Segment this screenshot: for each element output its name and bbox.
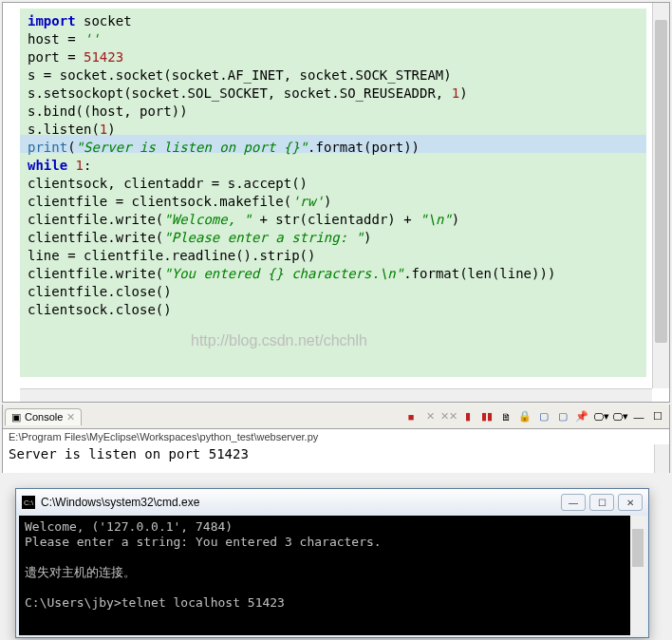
maximize-button[interactable]: ☐ (589, 494, 614, 511)
console-output-line: Server is listen on port 51423 (9, 446, 249, 461)
show-on-err-icon[interactable]: ▢ (555, 409, 570, 424)
code-editor[interactable]: http://blog.csdn.net/chchlh import socke… (2, 2, 670, 403)
editor-content[interactable]: http://blog.csdn.net/chchlh import socke… (20, 9, 646, 377)
editor-vscroll[interactable] (652, 3, 669, 388)
open-console-icon[interactable]: 🖵▾ (612, 409, 627, 424)
console-toolbar: ■ ✕ ✕✕ ▮ ▮▮ 🗎 🔒 ▢ ▢ 📌 🖵▾ 🖵▾ — ☐ (403, 409, 669, 424)
stop-icon[interactable]: ■ (403, 409, 419, 424)
terminate-all-icon[interactable]: ▮▮ (479, 409, 495, 424)
console-vscroll[interactable] (654, 444, 669, 473)
remove-launch-icon[interactable]: ✕ (422, 409, 438, 424)
cmd-body[interactable]: Welcome, ('127.0.0.1', 7484)Please enter… (19, 516, 645, 635)
remove-all-icon[interactable]: ✕✕ (441, 409, 457, 424)
cmd-output: Welcome, ('127.0.0.1', 7484)Please enter… (25, 519, 640, 611)
show-on-out-icon[interactable]: ▢ (536, 409, 551, 424)
editor-hscroll[interactable] (20, 388, 652, 402)
console-tab-label: Console (25, 411, 63, 423)
cmd-vscroll[interactable] (630, 516, 645, 635)
console-tabbar: ▣ Console ✕ ■ ✕ ✕✕ ▮ ▮▮ 🗎 🔒 ▢ ▢ 📌 🖵▾ 🖵▾ … (2, 405, 670, 429)
cmd-window[interactable]: C:\ C:\Windows\system32\cmd.exe — ☐ ✕ We… (15, 488, 649, 638)
maximize-view-icon[interactable]: ☐ (650, 409, 665, 424)
minimize-view-icon[interactable]: — (631, 409, 646, 424)
scroll-lock-icon[interactable]: 🔒 (517, 409, 532, 424)
cmd-icon: C:\ (22, 496, 35, 509)
console-tab[interactable]: ▣ Console ✕ (5, 408, 82, 425)
close-icon[interactable]: ✕ (66, 411, 75, 424)
cmd-titlebar[interactable]: C:\ C:\Windows\system32\cmd.exe — ☐ ✕ (16, 489, 648, 516)
console-path: E:\Program Files\MyEclipse\Workspaces\py… (2, 429, 670, 444)
pin-console-icon[interactable]: 📌 (574, 409, 589, 424)
close-button[interactable]: ✕ (618, 494, 643, 511)
display-selected-icon[interactable]: 🖵▾ (593, 409, 608, 424)
terminate-icon[interactable]: ▮ (460, 409, 476, 424)
console-icon: ▣ (11, 411, 21, 424)
code-block: import sockethost = ''port = 51423s = so… (28, 12, 639, 337)
clear-console-icon[interactable]: 🗎 (498, 409, 513, 424)
minimize-button[interactable]: — (561, 494, 586, 511)
console-output[interactable]: Server is listen on port 51423 (2, 444, 670, 473)
cmd-title: C:\Windows\system32\cmd.exe (41, 496, 199, 509)
